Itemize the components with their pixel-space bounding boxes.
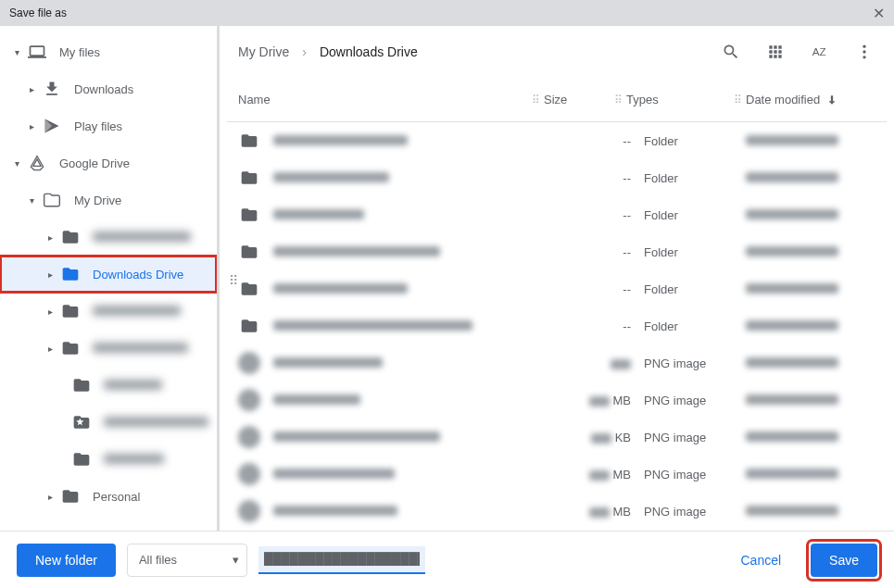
file-name	[273, 134, 579, 148]
sidebar-item-downloads-drive[interactable]: ▸Downloads Drive	[0, 256, 217, 293]
grid-view-icon[interactable]	[764, 41, 787, 63]
file-list: --Folder--Folder--Folder--Folder--Folder…	[227, 122, 887, 531]
file-size: MB	[579, 394, 644, 407]
breadcrumb: My Drive › Downloads Drive	[238, 44, 720, 59]
table-row[interactable]: PNG image	[227, 344, 887, 382]
breadcrumb-parent[interactable]: My Drive	[238, 44, 289, 59]
file-type-select[interactable]: All files	[127, 544, 247, 577]
column-size[interactable]: Size	[544, 93, 609, 106]
table-row[interactable]: MBPNG image	[227, 456, 887, 493]
sidebar-item-my-files[interactable]: ▾My files	[0, 33, 217, 70]
column-types[interactable]: Types	[626, 93, 728, 106]
expand-arrow-icon[interactable]: ▸	[22, 84, 41, 94]
file-date	[746, 319, 875, 333]
file-size: --	[579, 134, 644, 148]
sidebar-item-my-drive[interactable]: ▾My Drive	[0, 181, 217, 219]
download-icon	[41, 78, 63, 100]
tree-label	[104, 416, 208, 430]
folder-icon	[238, 278, 260, 300]
new-folder-button[interactable]: New folder	[17, 544, 116, 577]
sidebar-item-downloads[interactable]: ▸Downloads	[0, 70, 217, 107]
sidebar-item-blurred-8[interactable]: ▸	[0, 330, 217, 367]
folder-icon	[238, 241, 260, 263]
file-type: Folder	[644, 171, 746, 185]
table-row[interactable]: KBPNG image	[227, 419, 887, 456]
file-type: PNG image	[644, 431, 746, 444]
table-row[interactable]: --Folder	[227, 270, 887, 307]
table-row[interactable]: --Folder	[227, 233, 887, 270]
column-grip-icon[interactable]: ⠿	[728, 94, 746, 106]
expand-arrow-icon[interactable]: ▾	[7, 47, 26, 57]
table-row[interactable]: MBPNG image	[227, 493, 887, 530]
close-icon[interactable]: ✕	[873, 5, 885, 22]
sort-icon[interactable]: AZ	[809, 41, 831, 63]
tree-label: Downloads	[74, 82, 133, 96]
table-row[interactable]: MBPNG image	[227, 382, 887, 419]
table-header: Name ⠿ Size ⠿ Types ⠿ Date modified	[227, 78, 887, 122]
folder-icon	[59, 485, 82, 507]
table-row[interactable]: --Folder	[227, 307, 887, 344]
resize-handle-icon[interactable]: ⠿	[229, 273, 236, 288]
breadcrumb-current: Downloads Drive	[320, 44, 418, 59]
sort-down-icon	[825, 94, 838, 106]
filename-input[interactable]	[258, 546, 425, 574]
file-name	[273, 282, 579, 296]
folder-icon	[238, 167, 260, 189]
sidebar-item-blurred-9[interactable]: ▸	[0, 367, 217, 404]
expand-arrow-icon[interactable]: ▸	[41, 232, 59, 243]
column-grip-icon[interactable]: ⠿	[526, 94, 544, 106]
sidebar-item-blurred-11[interactable]: ▸	[0, 441, 217, 478]
folder-icon	[59, 337, 82, 359]
tree-label	[93, 305, 181, 319]
table-row[interactable]: --Folder	[227, 159, 887, 196]
tree-label	[93, 231, 191, 244]
table-row[interactable]: --Folder	[227, 122, 887, 159]
sidebar-item-google-drive[interactable]: ▾Google Drive	[0, 144, 217, 181]
sidebar-item-personal[interactable]: ▸Personal	[0, 478, 217, 515]
svg-point-1	[863, 45, 865, 48]
save-button[interactable]: Save	[811, 544, 877, 577]
content-pane: My Drive › Downloads Drive AZ Name ⠿ Siz…	[220, 26, 894, 531]
expand-arrow-icon[interactable]: ▸	[41, 344, 59, 354]
expand-arrow-icon[interactable]: ▸	[41, 307, 59, 317]
image-thumbnail-icon	[238, 463, 260, 485]
table-row[interactable]: --Folder	[227, 196, 887, 233]
column-grip-icon[interactable]: ⠿	[609, 94, 626, 106]
tree-label	[104, 379, 162, 393]
window-titlebar: Save file as ✕	[0, 0, 894, 26]
file-date	[746, 357, 875, 370]
file-size: --	[579, 319, 644, 333]
folder-icon	[59, 226, 82, 248]
sidebar: ▾My files▸Downloads▸Play files▾Google Dr…	[0, 26, 220, 531]
cancel-button[interactable]: Cancel	[722, 544, 800, 577]
tree-label: Downloads Drive	[93, 268, 183, 281]
image-thumbnail-icon	[238, 426, 260, 448]
file-date	[746, 468, 875, 482]
expand-arrow-icon[interactable]: ▸	[41, 269, 59, 280]
sidebar-item-play-files[interactable]: ▸Play files	[0, 107, 217, 144]
expand-arrow-icon[interactable]: ▾	[7, 158, 26, 169]
expand-arrow-icon[interactable]: ▸	[22, 121, 41, 131]
file-name	[273, 394, 579, 407]
svg-text:AZ: AZ	[812, 45, 826, 57]
sidebar-item-blurred-7[interactable]: ▸	[0, 293, 217, 330]
sidebar-item-blurred-5[interactable]: ▸	[0, 219, 217, 256]
column-name[interactable]: Name	[238, 93, 526, 106]
file-size	[579, 357, 644, 370]
tree-label	[93, 342, 188, 356]
folder-outline-icon	[41, 189, 63, 211]
file-name	[273, 171, 579, 185]
file-type: PNG image	[644, 468, 746, 482]
more-icon[interactable]	[853, 41, 875, 63]
file-date	[746, 171, 875, 185]
column-date[interactable]: Date modified	[746, 93, 875, 106]
search-icon[interactable]	[720, 41, 742, 63]
file-type: Folder	[644, 245, 746, 259]
expand-arrow-icon[interactable]: ▸	[41, 492, 59, 502]
file-type: Folder	[644, 319, 746, 333]
file-size: --	[579, 171, 644, 185]
file-name	[273, 245, 579, 259]
expand-arrow-icon[interactable]: ▾	[22, 195, 41, 206]
file-name	[273, 431, 579, 444]
sidebar-item-blurred-10[interactable]: ▸	[0, 404, 217, 441]
